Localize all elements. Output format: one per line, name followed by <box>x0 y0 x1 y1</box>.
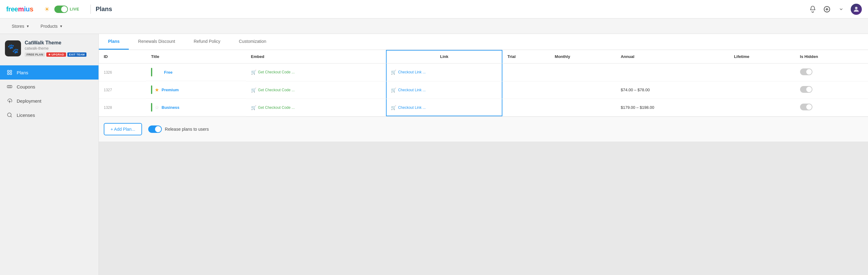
product-header: 🐾 CatWalk Theme catwalk-theme FREE PLAN … <box>0 34 98 63</box>
cell-ishidden <box>795 81 868 99</box>
secondary-nav: Stores ▼ Products ▼ <box>0 19 868 34</box>
product-info: CatWalk Theme catwalk-theme FREE PLAN ★ … <box>25 40 94 57</box>
tab-renewals-discount[interactable]: Renewals Discount <box>129 34 184 49</box>
product-badges: FREE PLAN ★ UPGRAD EXIT TEAM <box>25 53 94 57</box>
add-icon[interactable] <box>822 5 832 14</box>
cart-icon: 🛒 <box>391 105 396 110</box>
tab-plans[interactable]: Plans <box>99 34 129 49</box>
live-toggle-switch[interactable] <box>54 5 68 13</box>
cell-title: Free <box>146 64 246 81</box>
cell-trial <box>502 64 550 81</box>
cell-embed: 🛒 Get Checkout Code ... <box>246 99 386 116</box>
cart-icon: 🛒 <box>391 70 396 75</box>
stores-menu[interactable]: Stores ▼ <box>6 19 35 34</box>
ishidden-toggle-1[interactable] <box>800 86 812 93</box>
sidebar-item-licenses[interactable]: Licenses <box>0 108 98 122</box>
nav-right-icons <box>808 4 862 15</box>
product-name: CatWalk Theme <box>25 40 94 46</box>
embed-checkout-btn-2[interactable]: 🛒 Get Checkout Code ... <box>251 104 295 111</box>
sidebar-menu: Plans Coupons <box>0 63 98 125</box>
col-header-monthly: Monthly <box>550 50 616 64</box>
live-toggle[interactable]: LIVE <box>54 5 80 13</box>
link-checkout-btn-2[interactable]: 🛒 Checkout Link ... <box>391 104 426 111</box>
logo-text: freemius <box>6 5 33 13</box>
products-menu[interactable]: Products ▼ <box>35 19 68 34</box>
embed-checkout-btn-1[interactable]: 🛒 Get Checkout Code ... <box>251 86 295 94</box>
plans-label: Plans <box>17 70 28 75</box>
ishidden-toggle-0[interactable] <box>800 68 812 75</box>
cart-icon: 🛒 <box>251 88 256 93</box>
col-header-id: ID <box>99 50 146 64</box>
chevron-down-icon[interactable] <box>837 5 846 14</box>
plans-table: ID Title Embed Link Trial Monthly Annual… <box>99 50 868 116</box>
add-plan-button[interactable]: + Add Plan... <box>104 123 142 135</box>
cell-annual: $179.00 – $198.00 <box>616 99 729 116</box>
ishidden-toggle-2[interactable] <box>800 104 812 110</box>
plan-title[interactable]: Premium <box>161 88 179 92</box>
cell-id: 1328 <box>99 99 146 116</box>
deployment-label: Deployment <box>17 98 41 104</box>
cart-icon: 🛒 <box>391 88 396 93</box>
release-plans-label: Release plans to users <box>165 127 209 132</box>
link-checkout-btn-0[interactable]: 🛒 Checkout Link ... <box>391 68 426 76</box>
cell-link: 🛒 Checkout Link ... <box>386 81 502 99</box>
page-title: Plans <box>96 5 112 13</box>
plan-title[interactable]: Free <box>164 70 172 75</box>
svg-line-13 <box>10 116 11 117</box>
coupons-label: Coupons <box>17 84 35 90</box>
cell-id: 1326 <box>99 64 146 81</box>
badge-upgrade: ★ UPGRAD <box>46 53 66 57</box>
cell-embed: 🛒 Get Checkout Code ... <box>246 81 386 99</box>
plan-title[interactable]: Business <box>161 105 179 110</box>
cell-annual: $74.00 – $78.00 <box>616 81 729 99</box>
cell-title: ★ Premium <box>146 81 246 99</box>
stores-label: Stores <box>12 24 24 29</box>
cell-annual <box>616 64 729 81</box>
col-header-lifetime: Lifetime <box>729 50 795 64</box>
table-container: ID Title Embed Link Trial Monthly Annual… <box>99 50 868 116</box>
licenses-icon <box>6 112 13 118</box>
cell-lifetime <box>729 81 795 99</box>
content-area: Plans Renewals Discount Refund Policy Cu… <box>99 34 868 275</box>
star-filled-icon: ★ <box>155 87 159 93</box>
sun-icon[interactable]: ☀ <box>42 5 51 13</box>
live-label: LIVE <box>70 7 80 11</box>
cart-icon: 🛒 <box>251 70 256 75</box>
cell-link: 🛒 Checkout Link ... <box>386 64 502 81</box>
tab-customization[interactable]: Customization <box>230 34 276 49</box>
star-none-icon <box>155 69 161 75</box>
badge-exit: EXIT TEAM <box>67 53 87 57</box>
cell-lifetime <box>729 64 795 81</box>
plans-icon <box>6 69 13 76</box>
table-row: 1326 Free 🛒 Get Checkout Code ... <box>99 64 868 81</box>
sidebar-item-coupons[interactable]: Coupons <box>0 79 98 94</box>
link-checkout-btn-1[interactable]: 🛒 Checkout Link ... <box>391 86 426 94</box>
sidebar-item-plans[interactable]: Plans <box>0 65 98 79</box>
cell-ishidden <box>795 64 868 81</box>
svg-rect-8 <box>7 85 12 88</box>
col-header-embed: Embed <box>246 50 386 64</box>
notification-icon[interactable] <box>808 5 817 14</box>
top-nav: freemius ☀ LIVE Plans <box>0 0 868 19</box>
stores-chevron: ▼ <box>26 24 29 28</box>
footer-bar: + Add Plan... Release plans to users <box>99 116 868 141</box>
sidebar-item-deployment[interactable]: Deployment <box>0 94 98 108</box>
release-plans-toggle[interactable] <box>148 126 162 133</box>
avatar[interactable] <box>851 4 862 15</box>
cell-link: 🛒 Checkout Link ... <box>386 99 502 116</box>
product-icon: 🐾 <box>7 43 19 54</box>
col-header-title: Title <box>146 50 246 64</box>
coupons-icon <box>6 83 13 90</box>
cell-trial <box>502 99 550 116</box>
cell-embed: 🛒 Get Checkout Code ... <box>246 64 386 81</box>
cell-trial <box>502 81 550 99</box>
licenses-label: Licenses <box>17 112 35 118</box>
table-row: 1327 ★ Premium 🛒 Get Checkout Code ... <box>99 81 868 99</box>
cell-monthly <box>550 64 616 81</box>
embed-checkout-btn-0[interactable]: 🛒 Get Checkout Code ... <box>251 68 295 76</box>
col-header-trial: Trial <box>502 50 550 64</box>
tabs-bar: Plans Renewals Discount Refund Policy Cu… <box>99 34 868 50</box>
svg-rect-4 <box>7 70 9 72</box>
tab-refund-policy[interactable]: Refund Policy <box>184 34 229 49</box>
plan-bar <box>151 85 152 94</box>
